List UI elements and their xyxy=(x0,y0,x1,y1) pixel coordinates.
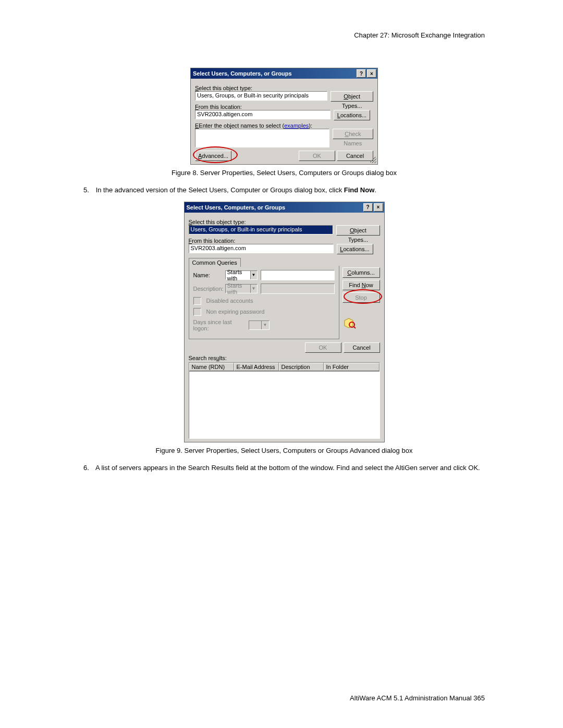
titlebar: Select Users, Computers, or Groups ? × xyxy=(191,68,377,79)
object-type-input[interactable]: Users, Groups, or Built-in security prin… xyxy=(195,91,327,101)
step-5-text-b: . xyxy=(374,186,376,194)
disabled-accounts-checkbox xyxy=(193,297,201,305)
object-type-label: Select this object type: xyxy=(195,85,373,91)
name-combo[interactable]: Starts with▼ xyxy=(225,270,258,280)
col-folder[interactable]: In Folder xyxy=(324,363,380,371)
titlebar: Select Users, Computers, or Groups ? × xyxy=(185,202,384,213)
ok-button[interactable]: OK xyxy=(305,342,341,353)
check-names-button[interactable]: Check Names xyxy=(333,129,373,139)
dialog-title: Select Users, Computers, or Groups xyxy=(193,70,292,77)
stop-button[interactable]: Stop xyxy=(342,292,380,303)
resize-grip-icon xyxy=(370,157,376,163)
step-5-text-a: In the advanced version of the Select Us… xyxy=(96,186,344,194)
non-expiring-label: Non expiring password xyxy=(206,309,265,315)
search-results-list[interactable]: Name (RDN) E-Mail Address Description In… xyxy=(189,362,380,439)
names-label-b: ): xyxy=(309,122,312,129)
find-now-button[interactable]: Find Now xyxy=(342,280,380,290)
close-icon[interactable]: × xyxy=(374,203,383,212)
column-headers: Name (RDN) E-Mail Address Description In… xyxy=(189,363,380,372)
select-users-dialog-advanced: Select Users, Computers, or Groups ? × S… xyxy=(184,202,385,442)
chevron-down-icon: ▼ xyxy=(261,321,269,329)
directory-icon xyxy=(342,316,356,330)
object-type-input[interactable]: Users, Groups, or Built-in security prin… xyxy=(189,225,334,235)
name-label: Name: xyxy=(193,272,222,278)
tab-common-queries[interactable]: Common Queries xyxy=(189,258,241,267)
select-users-dialog-basic: Select Users, Computers, or Groups ? × S… xyxy=(190,68,378,165)
cancel-button[interactable]: Cancel xyxy=(337,151,373,161)
col-email[interactable]: E-Mail Address xyxy=(234,363,279,371)
chevron-down-icon: ▼ xyxy=(250,285,257,293)
name-input[interactable] xyxy=(261,270,335,280)
disabled-accounts-label: Disabled accounts xyxy=(206,298,253,304)
page-header: Chapter 27: Microsoft Exchange Integrati… xyxy=(83,31,485,39)
step-5: 5. In the advanced version of the Select… xyxy=(83,185,485,195)
locations-button[interactable]: Locations... xyxy=(334,110,370,120)
step-6-text: A list of servers appears in the Search … xyxy=(95,464,480,472)
search-results-label: Search results: xyxy=(189,355,380,361)
days-since-label: Days since last logon: xyxy=(193,319,246,331)
col-name[interactable]: Name (RDN) xyxy=(189,363,234,371)
description-input xyxy=(261,283,335,294)
step-6-num: 6. xyxy=(83,463,94,473)
step-5-bold: Find Now xyxy=(344,186,375,194)
help-icon[interactable]: ? xyxy=(357,69,366,78)
advanced-button[interactable]: Advanced... xyxy=(195,151,231,161)
description-label: Description: xyxy=(193,286,222,292)
close-icon[interactable]: × xyxy=(367,69,376,78)
non-expiring-checkbox xyxy=(193,308,201,316)
svg-line-1 xyxy=(353,326,356,328)
days-since-combo: ▼ xyxy=(249,320,270,330)
location-input[interactable]: SVR2003.altigen.com xyxy=(189,244,334,253)
object-types-button[interactable]: Object Types... xyxy=(331,91,373,102)
step-5-num: 5. xyxy=(83,185,94,195)
columns-button[interactable]: Columns... xyxy=(342,267,380,278)
col-description[interactable]: Description xyxy=(279,363,324,371)
help-icon[interactable]: ? xyxy=(363,203,373,212)
figure-8-caption: Figure 8. Server Properties, Select User… xyxy=(83,169,485,177)
page-footer: AltiWare ACM 5.1 Administration Manual 3… xyxy=(350,694,485,702)
object-type-label: Select this object type: xyxy=(189,219,380,225)
object-types-button[interactable]: Object Types... xyxy=(336,225,380,236)
ok-button[interactable]: OK xyxy=(299,151,335,161)
cancel-button[interactable]: Cancel xyxy=(344,342,380,353)
step-6: 6. A list of servers appears in the Sear… xyxy=(83,463,485,473)
object-names-input[interactable] xyxy=(195,129,329,147)
chevron-down-icon: ▼ xyxy=(250,271,257,279)
names-label-a: Enter the object names to select ( xyxy=(199,122,284,129)
location-input[interactable]: SVR2003.altigen.com xyxy=(195,110,331,119)
dialog-title: Select Users, Computers, or Groups xyxy=(187,204,286,211)
names-label: EEnter the object names to select (examp… xyxy=(195,122,373,129)
description-combo: Starts with▼ xyxy=(225,284,258,293)
examples-link[interactable]: examples xyxy=(284,122,309,129)
locations-button[interactable]: Locations... xyxy=(337,244,373,254)
figure-9-caption: Figure 9. Server Properties, Select User… xyxy=(83,447,485,454)
